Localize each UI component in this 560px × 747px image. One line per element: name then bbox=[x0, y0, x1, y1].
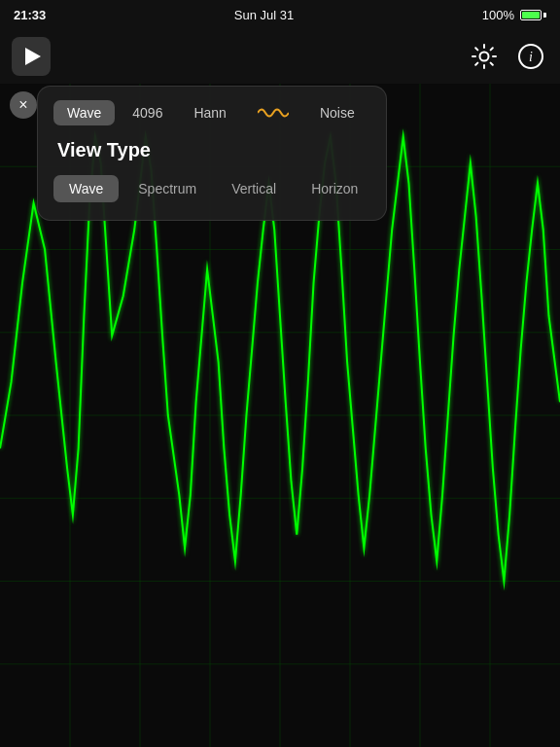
battery-body bbox=[520, 10, 542, 20]
info-icon: i bbox=[517, 43, 544, 70]
status-bar: 21:33 Sun Jul 31 100% bbox=[0, 0, 560, 29]
svg-point-0 bbox=[480, 53, 489, 61]
tab-hann[interactable]: Hann bbox=[180, 100, 239, 125]
battery-tip bbox=[543, 13, 546, 18]
close-icon: × bbox=[18, 97, 27, 113]
popup-panel: Wave 4096 Hann Noise View Type Wave Spec… bbox=[37, 86, 387, 221]
play-icon bbox=[25, 48, 41, 65]
gear-icon bbox=[471, 43, 498, 70]
battery-percent: 100% bbox=[482, 8, 514, 22]
tab-waveform-icon[interactable] bbox=[244, 100, 302, 125]
play-button[interactable] bbox=[12, 37, 51, 76]
popup-top-tabs: Wave 4096 Hann Noise bbox=[53, 100, 370, 125]
view-tab-wave[interactable]: Wave bbox=[53, 175, 119, 202]
view-type-heading: View Type bbox=[57, 139, 370, 161]
settings-button[interactable] bbox=[467, 39, 502, 74]
svg-text:i: i bbox=[529, 50, 533, 64]
popup-bottom-tabs: Wave Spectrum Vertical Horizon bbox=[53, 175, 370, 202]
status-right: 100% bbox=[482, 8, 546, 22]
view-tab-vertical[interactable]: Vertical bbox=[216, 175, 292, 202]
info-button[interactable]: i bbox=[513, 39, 548, 74]
tab-4096[interactable]: 4096 bbox=[119, 100, 176, 125]
battery-fill bbox=[522, 12, 540, 18]
battery-indicator bbox=[520, 10, 546, 20]
tab-wave[interactable]: Wave bbox=[53, 100, 115, 125]
toolbar: i bbox=[0, 29, 560, 84]
tab-noise[interactable]: Noise bbox=[306, 100, 368, 125]
sine-wave-icon bbox=[258, 105, 289, 121]
status-date: Sun Jul 31 bbox=[234, 8, 294, 22]
status-time: 21:33 bbox=[14, 8, 46, 22]
close-button[interactable]: × bbox=[10, 91, 37, 119]
toolbar-right: i bbox=[467, 39, 548, 74]
view-tab-spectrum[interactable]: Spectrum bbox=[122, 175, 212, 202]
view-tab-horizon[interactable]: Horizon bbox=[296, 175, 373, 202]
